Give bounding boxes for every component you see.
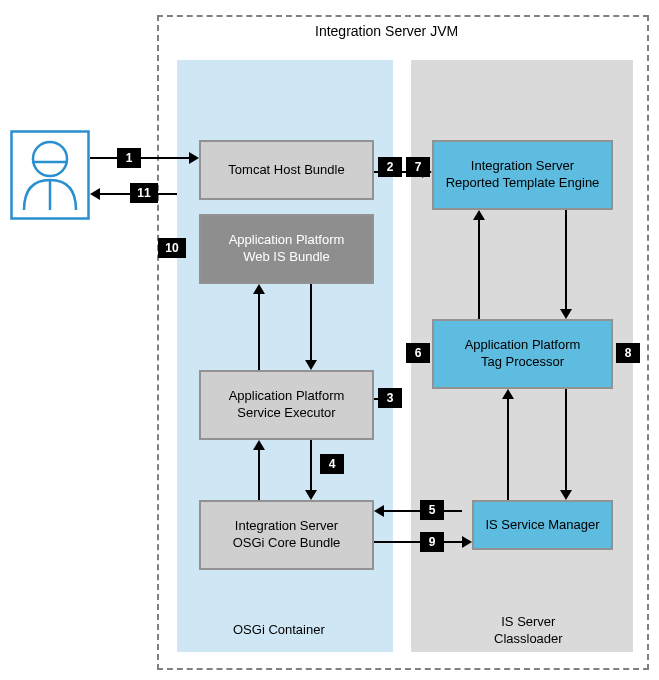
step-11-badge: 11 — [130, 183, 158, 203]
is-classloader-title: IS Server Classloader — [494, 614, 563, 648]
node-service-executor: Application Platform Service Executor — [199, 370, 374, 440]
step-5-badge: 5 — [420, 500, 444, 520]
node-template-engine: Integration Server Reported Template Eng… — [432, 140, 613, 210]
step-8-badge: 8 — [616, 343, 640, 363]
step-3-badge: 3 — [378, 388, 402, 408]
node-tomcat: Tomcat Host Bundle — [199, 140, 374, 200]
svg-point-1 — [33, 142, 67, 176]
step-9-badge: 9 — [420, 532, 444, 552]
step-2-badge: 2 — [378, 157, 402, 177]
node-web-is-bundle: Application Platform Web IS Bundle — [199, 214, 374, 284]
step-6-badge: 6 — [406, 343, 430, 363]
step-1-badge: 1 — [117, 148, 141, 168]
osgi-title: OSGi Container — [233, 622, 325, 637]
node-osgi-core-bundle: Integration Server OSGi Core Bundle — [199, 500, 374, 570]
user-icon — [10, 130, 90, 220]
diagram-canvas: Integration Server JVM OSGi Container IS… — [0, 0, 659, 680]
step-10-badge: 10 — [158, 238, 186, 258]
step-4-badge: 4 — [320, 454, 344, 474]
jvm-title: Integration Server JVM — [315, 23, 458, 39]
node-tag-processor: Application Platform Tag Processor — [432, 319, 613, 389]
step-7-badge: 7 — [406, 157, 430, 177]
node-is-service-manager: IS Service Manager — [472, 500, 613, 550]
